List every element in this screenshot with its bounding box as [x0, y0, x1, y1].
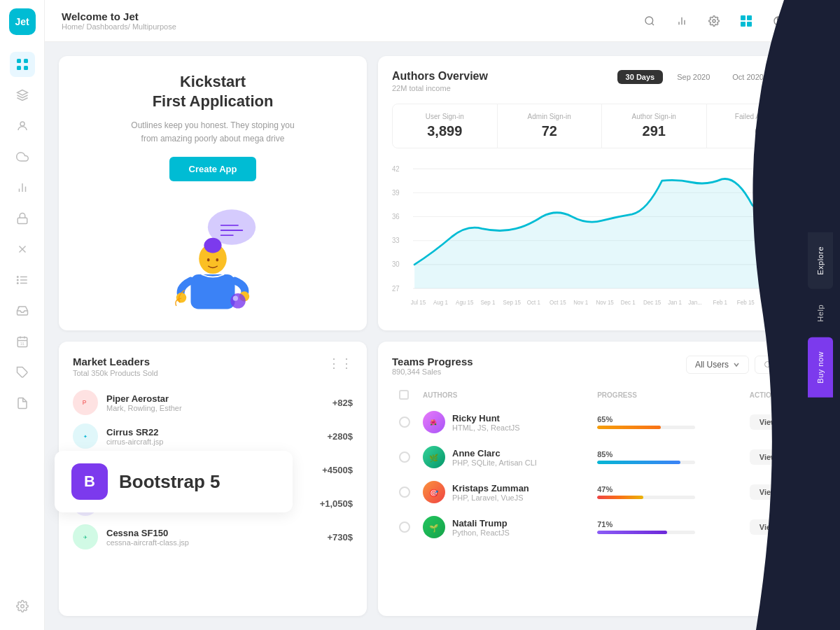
cirrus-icon: ✦	[73, 424, 98, 449]
svg-text:🌱: 🌱	[429, 524, 439, 533]
search-button[interactable]	[638, 10, 661, 32]
natali-info: Natali Trump Python, ReactJS	[452, 518, 510, 537]
sidebar-item-list[interactable]	[10, 267, 35, 293]
ricky-view-button[interactable]: View	[750, 414, 787, 430]
table-row: 🌺 Ricky Hunt HTML, JS, ReactJS	[393, 405, 811, 439]
sidebar-item-cloud[interactable]	[10, 144, 35, 169]
market-title: Market Leaders	[73, 356, 158, 368]
svg-point-84	[764, 362, 770, 368]
authors-title: Authors Overview	[392, 70, 488, 83]
stat-author-signin-value: 291	[613, 123, 695, 139]
svg-text:Aug 1: Aug 1	[433, 299, 448, 306]
sidebar-item-user[interactable]	[10, 113, 35, 139]
kristaps-view-button[interactable]: View	[750, 484, 787, 500]
sidebar-item-file[interactable]	[10, 391, 35, 416]
sidebar-logo[interactable]: Jet	[9, 8, 36, 35]
row-select-1[interactable]	[399, 416, 410, 428]
svg-rect-36	[191, 274, 235, 309]
svg-text:Dec 15: Dec 15	[643, 299, 662, 306]
kristaps-progress: 47%	[597, 485, 737, 499]
tab-oct2020[interactable]: Oct 2020	[724, 70, 772, 84]
svg-text:Mar 1: Mar 1	[765, 299, 780, 306]
svg-point-15	[17, 279, 18, 281]
anne-view-button[interactable]: View	[750, 449, 787, 465]
sidebar-item-settings[interactable]	[10, 594, 35, 619]
row-select-2[interactable]	[399, 451, 410, 463]
cirrus-detail: cirrus-aircraft.jsp	[106, 438, 318, 446]
kristaps-skills: PHP, Laravel, VueJS	[452, 493, 529, 502]
col-progress: PROGRESS	[592, 386, 743, 404]
stat-author-signin-label: Author Sign-in	[613, 113, 695, 120]
kickstart-title: KickstartFirst Application	[153, 72, 274, 112]
explore-button[interactable]: Explore	[808, 232, 833, 289]
cessna-detail: cessna-aircraft-class.jsp	[106, 538, 318, 547]
natali-bar	[597, 531, 695, 534]
col-checkbox	[393, 386, 416, 404]
svg-point-29	[713, 20, 715, 22]
natali-pct: 71%	[597, 520, 737, 528]
content-grid: KickstartFirst Application Outlines keep…	[45, 42, 840, 630]
svg-text:31: 31	[20, 342, 24, 346]
sidebar-item-chart[interactable]	[10, 175, 35, 200]
kristaps-bar	[597, 496, 695, 499]
filter-label: All Users	[695, 360, 729, 370]
teams-subtitle: 890,344 Sales	[392, 368, 473, 376]
create-app-button[interactable]: Create App	[169, 157, 257, 181]
authors-chart: 42 39 36 33 30 27	[392, 157, 812, 316]
svg-text:🎯: 🎯	[429, 489, 439, 498]
author-cell-2: 🌿 Anne Clarc PHP, SQLite, Artisan CLI	[417, 440, 590, 474]
row-select-4[interactable]	[399, 522, 410, 533]
row-select-3[interactable]	[399, 486, 410, 498]
ricky-name: Ricky Hunt	[452, 413, 520, 424]
svg-text:Nov 1: Nov 1	[573, 299, 588, 306]
stat-user-signin: User Sign-in 3,899	[393, 104, 498, 148]
piper-value: +82$	[332, 398, 353, 408]
market-more-button[interactable]: ⋮⋮	[328, 356, 353, 371]
svg-text:Sep 15: Sep 15	[503, 299, 522, 306]
ricky-info: Ricky Hunt HTML, JS, ReactJS	[452, 413, 520, 432]
analytics-button[interactable]	[671, 10, 693, 32]
sidebar-item-puzzle[interactable]	[10, 360, 35, 385]
theme-toggle[interactable]	[767, 10, 790, 32]
tab-sep2020[interactable]: Sep 2020	[668, 70, 718, 84]
svg-text:Oct 1: Oct 1	[527, 299, 541, 306]
authors-subtitle: 22M total income	[392, 84, 488, 92]
stat-failed-attempts-label: Failed Attempts	[718, 113, 801, 120]
select-all-checkbox[interactable]	[399, 390, 409, 400]
buy-now-button[interactable]: Buy now	[808, 337, 833, 398]
sidebar-item-brush[interactable]	[10, 83, 35, 108]
settings-button[interactable]	[703, 10, 725, 32]
header: Welcome to Jet Home/ Dashboards/ Multipu…	[45, 0, 840, 42]
help-button[interactable]: Help	[808, 290, 833, 336]
svg-point-45	[233, 296, 238, 301]
item3-value: +4500$	[322, 465, 353, 475]
anne-name: Anne Clarc	[452, 448, 537, 458]
kristaps-zumman: 🎯 Kristaps Zumman PHP, Laravel, VueJS	[423, 481, 584, 503]
anne-pct: 85%	[597, 450, 737, 458]
stats-row: User Sign-in 3,899 Admin Sign-in 72 Auth…	[392, 104, 812, 148]
users-filter-dropdown[interactable]: All Users	[686, 356, 749, 374]
sidebar-item-grid[interactable]	[10, 52, 35, 77]
kickstart-card: KickstartFirst Application Outlines keep…	[59, 56, 367, 330]
ricky-progress: 65%	[597, 415, 737, 429]
svg-text:Sep 1: Sep 1	[480, 299, 495, 306]
sidebar-item-close[interactable]	[10, 237, 35, 262]
sidebar-item-inbox[interactable]	[10, 298, 35, 323]
tab-30days[interactable]: 30 Days	[617, 70, 664, 84]
svg-point-44	[230, 293, 246, 309]
cirrus-value: +280$	[327, 431, 353, 442]
natali-view-button[interactable]: View	[750, 519, 787, 535]
svg-text:42: 42	[392, 164, 400, 172]
sidebar-item-calendar[interactable]: 31	[10, 329, 35, 354]
svg-rect-0	[17, 59, 21, 63]
table-row: 🌿 Anne Clarc PHP, SQLite, Artisan CLI	[393, 440, 811, 474]
teams-title-group: Teams Progress 890,344 Sales	[392, 356, 473, 376]
ricky-pct: 65%	[597, 415, 737, 424]
menu-button[interactable]	[735, 10, 757, 32]
row-checkbox-2	[393, 440, 416, 474]
natali-name: Natali Trump	[452, 518, 510, 528]
authors-header: Authors Overview 22M total income 30 Day…	[392, 70, 812, 92]
anne-progress: 85%	[597, 450, 737, 464]
anne-clarc: 🌿 Anne Clarc PHP, SQLite, Artisan CLI	[423, 446, 584, 468]
sidebar-item-lock[interactable]	[10, 206, 35, 231]
